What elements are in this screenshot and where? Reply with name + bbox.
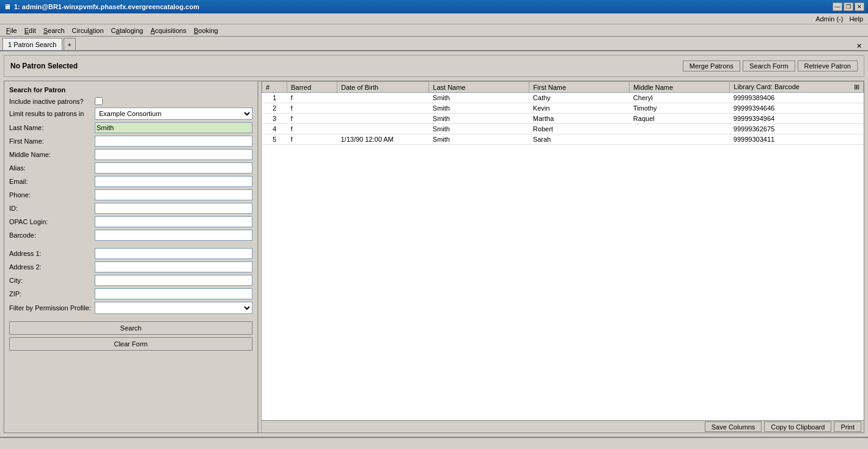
first-name-input[interactable]	[95, 136, 252, 147]
cell-num: 1	[262, 93, 287, 103]
copy-to-clipboard-button[interactable]: Copy to Clipboard	[764, 422, 831, 432]
cell-firstname: Robert	[529, 124, 630, 134]
col-header-barcode: Library Card: Barcode ⊞	[730, 82, 864, 93]
close-window-button[interactable]: ✕	[855, 2, 864, 11]
cell-num: 5	[262, 134, 287, 145]
col-header-middlename: Middle Name	[630, 82, 730, 93]
limit-results-select[interactable]: Example Consortium Branch 1 Branch 2	[95, 108, 252, 120]
alias-label: Alias:	[9, 164, 95, 172]
email-input[interactable]	[95, 176, 252, 187]
help-link[interactable]: Help	[849, 15, 863, 23]
cell-middlename	[630, 124, 730, 134]
cell-barcode: 99999303411	[730, 134, 864, 145]
table-row[interactable]: 1 f Smith Cathy Cheryl 99999389406	[262, 93, 864, 103]
status-bar	[0, 437, 868, 449]
merge-patrons-button[interactable]: Merge Patrons	[683, 60, 740, 71]
menu-booking[interactable]: Booking	[190, 26, 222, 35]
menu-circulation[interactable]: Circulation	[68, 26, 108, 35]
last-name-label: Last Name:	[9, 124, 95, 131]
minimize-button[interactable]: —	[833, 2, 842, 11]
middle-name-input[interactable]	[95, 149, 252, 160]
id-row: ID:	[9, 203, 252, 214]
phone-label: Phone:	[9, 191, 95, 199]
filter-permission-select[interactable]	[95, 302, 252, 314]
close-tab-icon[interactable]: ✕	[856, 42, 866, 50]
cell-middlename: Cheryl	[630, 93, 730, 103]
menu-bar: File Edit Search Circulation Cataloging …	[0, 24, 868, 37]
include-inactive-label: Include inactive patrons?	[9, 98, 95, 105]
city-input[interactable]	[95, 275, 252, 286]
middle-name-row: Middle Name:	[9, 149, 252, 160]
tab-add-icon: +	[68, 41, 72, 48]
cell-barred: f	[287, 134, 337, 145]
cell-middlename: Timothy	[630, 103, 730, 114]
first-name-row: First Name:	[9, 136, 252, 147]
address2-input[interactable]	[95, 261, 252, 272]
menu-cataloging[interactable]: Cataloging	[108, 26, 147, 35]
cell-num: 3	[262, 114, 287, 124]
zip-input[interactable]	[95, 288, 252, 299]
address2-row: Address 2:	[9, 261, 252, 272]
cell-barcode: 99999394964	[730, 114, 864, 124]
col-resize-icon[interactable]: ⊞	[854, 83, 859, 91]
table-row[interactable]: 3 f Smith Martha Raquel 99999394964	[262, 114, 864, 124]
opac-login-input[interactable]	[95, 216, 252, 227]
col-header-barred: Barred	[287, 82, 337, 93]
address1-input[interactable]	[95, 248, 252, 259]
results-wrapper: # Barred Date of Birth Last Name First N…	[262, 81, 864, 420]
cell-barred: f	[287, 124, 337, 134]
restore-button[interactable]: ❐	[844, 2, 853, 11]
work-area: Search for Patron Include inactive patro…	[4, 81, 864, 433]
limit-results-label: Limit results to patrons in	[9, 110, 95, 117]
menu-file[interactable]: File	[2, 26, 21, 35]
cell-middlename	[630, 134, 730, 145]
table-row[interactable]: 4 f Smith Robert 99999362675	[262, 124, 864, 134]
col-header-lastname: Last Name	[429, 82, 529, 93]
menu-acquisitions[interactable]: Acquisitions	[147, 26, 190, 35]
table-row[interactable]: 2 f Smith Kevin Timothy 99999394646	[262, 103, 864, 114]
barcode-input[interactable]	[95, 230, 252, 241]
save-columns-button[interactable]: Save Columns	[705, 422, 762, 432]
search-form-button[interactable]: Search Form	[743, 60, 795, 71]
filter-permission-row: Filter by Permission Profile:	[9, 302, 252, 314]
table-row[interactable]: 5 f 1/13/90 12:00 AM Smith Sarah 9999930…	[262, 134, 864, 145]
print-button[interactable]: Print	[834, 422, 861, 432]
cell-lastname: Smith	[429, 93, 529, 103]
cell-lastname: Smith	[429, 134, 529, 145]
cell-dob	[337, 114, 429, 124]
city-label: City:	[9, 277, 95, 284]
tab-patron-search[interactable]: 1 Patron Search	[2, 38, 62, 50]
email-row: Email:	[9, 176, 252, 187]
col-header-dob: Date of Birth	[337, 82, 429, 93]
include-inactive-checkbox[interactable]	[95, 97, 103, 105]
address1-row: Address 1:	[9, 248, 252, 259]
cell-lastname: Smith	[429, 103, 529, 114]
cell-num: 4	[262, 124, 287, 134]
menu-search[interactable]: Search	[40, 26, 68, 35]
alias-input[interactable]	[95, 162, 252, 173]
cell-dob: 1/13/90 12:00 AM	[337, 134, 429, 145]
search-button[interactable]: Search	[9, 321, 252, 335]
id-input[interactable]	[95, 203, 252, 214]
clear-form-button[interactable]: Clear Form	[9, 337, 252, 351]
cell-barcode: 99999394646	[730, 103, 864, 114]
last-name-input[interactable]	[95, 122, 252, 133]
opac-login-row: OPAC Login:	[9, 216, 252, 227]
results-table: # Barred Date of Birth Last Name First N…	[262, 81, 864, 145]
cell-dob	[337, 103, 429, 114]
tab-add[interactable]: +	[64, 38, 76, 50]
alias-row: Alias:	[9, 162, 252, 173]
cell-firstname: Kevin	[529, 103, 630, 114]
admin-user[interactable]: Admin (-)	[815, 15, 843, 23]
cell-barcode: 99999389406	[730, 93, 864, 103]
app-icon: 🖥	[4, 3, 10, 10]
last-name-row: Last Name:	[9, 122, 252, 133]
menu-edit[interactable]: Edit	[21, 26, 40, 35]
email-label: Email:	[9, 178, 95, 185]
phone-input[interactable]	[95, 189, 252, 200]
cell-lastname: Smith	[429, 114, 529, 124]
col-header-firstname: First Name	[529, 82, 630, 93]
zip-label: ZIP:	[9, 290, 95, 298]
retrieve-patron-button[interactable]: Retrieve Patron	[798, 60, 858, 71]
address2-label: Address 2:	[9, 263, 95, 271]
